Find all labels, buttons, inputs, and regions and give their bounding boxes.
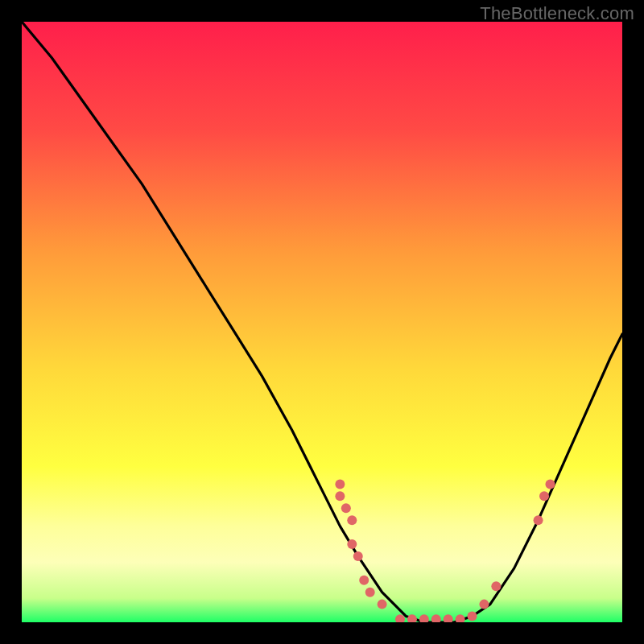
curve-marker (347, 515, 357, 525)
curve-marker (335, 491, 345, 501)
curve-marker (341, 503, 351, 513)
chart-svg (22, 22, 622, 622)
curve-marker (359, 576, 369, 585)
curve-marker (365, 588, 375, 597)
curve-marker (468, 612, 477, 621)
curve-marker (353, 551, 363, 561)
curve-marker (545, 479, 555, 489)
curve-marker (534, 515, 543, 525)
curve-marker (378, 600, 387, 609)
curve-marker (335, 479, 345, 489)
curve-marker (491, 581, 501, 591)
plot-area (22, 22, 622, 622)
curve-marker (479, 600, 489, 609)
curve-marker (539, 491, 549, 501)
curve-marker (347, 539, 357, 549)
chart-frame: TheBottleneck.com (0, 0, 644, 644)
